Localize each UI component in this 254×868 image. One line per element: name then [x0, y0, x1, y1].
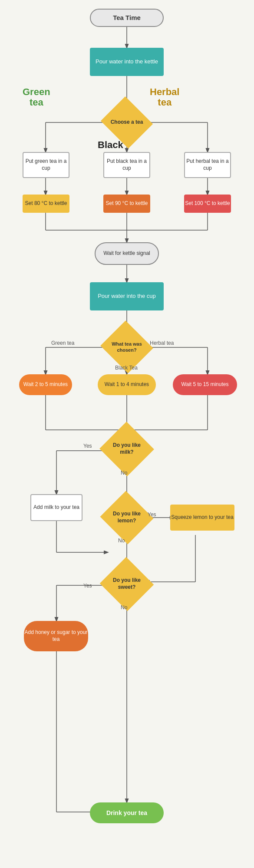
wait-2-5-node: Wait 2 to 5 minutes — [19, 374, 72, 395]
herbal-tea-label: Herbaltea — [150, 87, 179, 108]
flowchart: Tea Time Pour water into the kettle Gree… — [0, 0, 254, 26]
pour-cup-node: Pour water into the cup — [90, 282, 164, 310]
yes-lemon-label: Yes — [148, 512, 156, 518]
pour-kettle-node: Pour water into the kettle — [90, 48, 164, 76]
black-tea-l2-label: Black Tea — [115, 365, 138, 371]
do-milk-diamond: Do you like milk? — [107, 430, 146, 468]
start-node: Tea Time — [90, 9, 164, 27]
do-lemon-diamond: Do you like lemon? — [107, 499, 146, 536]
add-honey-node: Add honey or sugar to your tea — [24, 621, 88, 651]
add-milk-node: Add milk to your tea — [30, 494, 82, 521]
green-tea-label: Greentea — [23, 87, 50, 108]
green-tea-l2-label: Green tea — [51, 340, 74, 346]
choose-tea-diamond: Choose a tea — [107, 105, 146, 140]
no-sweet-label: No — [121, 604, 127, 611]
wait-1-4-node: Wait 1 to 4 minutes — [98, 374, 156, 395]
set-90-node: Set 90 °C to kettle — [103, 195, 150, 213]
what-tea-diamond: What tea was chosen? — [107, 329, 146, 365]
set-100-node: Set 100 °C to kettle — [184, 195, 231, 213]
yes-sweet-label: Yes — [83, 583, 92, 589]
squeeze-lemon-node: Squeeze lemon to your tea — [170, 505, 234, 531]
do-sweet-diamond: Do you like sweet? — [107, 565, 146, 603]
herbal-tea-l2-label: Herbal tea — [150, 340, 174, 346]
put-herbal-node: Put herbal tea in a cup — [184, 152, 231, 178]
wait-5-15-node: Wait 5 to 15 minutes — [173, 374, 237, 395]
drink-node: Drink your tea — [90, 802, 164, 823]
set-80-node: Set 80 °C to kettle — [23, 195, 69, 213]
no-lemon-label: No — [118, 538, 125, 544]
yes-milk-label: Yes — [83, 443, 92, 449]
put-green-node: Put green tea in a cup — [23, 152, 69, 178]
wait-kettle-node: Wait for kettle signal — [95, 242, 159, 265]
put-black-node: Put black tea in a cup — [103, 152, 150, 178]
no-milk-label: No — [121, 470, 127, 476]
